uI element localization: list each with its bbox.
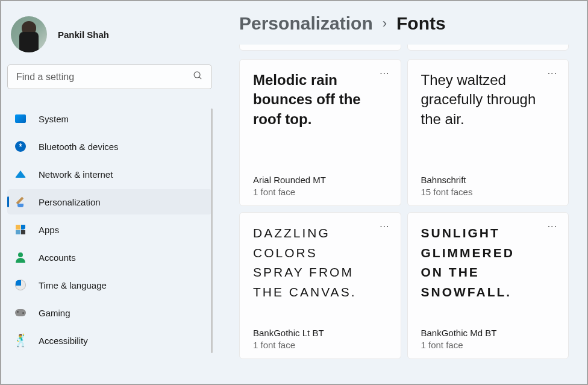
apps-icon <box>14 224 27 236</box>
sidebar-item-network[interactable]: Network & internet <box>7 161 212 187</box>
accounts-icon <box>14 251 27 263</box>
search-input[interactable] <box>16 72 193 83</box>
font-face-count: 1 font face <box>253 187 387 197</box>
font-face-count: 1 font face <box>421 340 555 350</box>
sidebar-item-label: Apps <box>39 225 59 235</box>
sidebar-item-label: System <box>39 114 69 124</box>
font-card-partial[interactable] <box>239 45 401 51</box>
sidebar-item-label: Gaming <box>39 308 70 318</box>
sidebar-item-label: Network & internet <box>39 169 113 180</box>
sidebar-item-label: Bluetooth & devices <box>39 142 119 152</box>
font-sample-text: Dazzling colors spray from the canvas. <box>253 224 387 328</box>
sidebar-item-gaming[interactable]: Gaming <box>7 300 212 325</box>
sidebar: Pankil Shah System Bluetooth & devices N… <box>1 1 218 384</box>
sidebar-item-accessibility[interactable]: 🕺 Accessibility <box>7 328 212 353</box>
sidebar-item-label: Accessibility <box>39 336 88 346</box>
font-sample-text: Sunlight glimmered on the snowfall. <box>421 224 555 328</box>
font-name-label: BankGothic Md BT <box>421 328 555 338</box>
font-sample-text: Melodic rain bounces off the roof top. <box>253 70 387 175</box>
sidebar-item-label: Time & language <box>39 280 107 290</box>
sidebar-item-apps[interactable]: Apps <box>7 217 212 242</box>
font-card-partial[interactable] <box>407 45 569 51</box>
sidebar-item-time[interactable]: Time & language <box>7 272 212 298</box>
font-name-label: Bahnschrift <box>421 175 555 185</box>
chevron-right-icon: › <box>383 16 387 31</box>
font-card[interactable]: ···Sunlight glimmered on the snowfall.Ba… <box>407 212 569 359</box>
fonts-grid: ···Melodic rain bounces off the roof top… <box>239 59 569 359</box>
user-name: Pankil Shah <box>58 30 109 40</box>
svg-line-1 <box>199 77 202 80</box>
personalization-icon <box>14 196 27 208</box>
more-button[interactable]: ··· <box>548 68 557 79</box>
bluetooth-icon <box>14 140 27 152</box>
font-card[interactable]: ···Dazzling colors spray from the canvas… <box>239 212 401 359</box>
system-icon <box>14 113 27 125</box>
sidebar-item-bluetooth[interactable]: Bluetooth & devices <box>7 134 212 159</box>
profile-section[interactable]: Pankil Shah <box>7 13 212 64</box>
more-button[interactable]: ··· <box>380 68 389 79</box>
more-button[interactable]: ··· <box>548 221 557 232</box>
sidebar-item-personalization[interactable]: Personalization <box>7 189 212 214</box>
font-face-count: 15 font faces <box>421 187 555 197</box>
nav-list: System Bluetooth & devices Network & int… <box>7 106 212 355</box>
gaming-icon <box>14 307 27 319</box>
avatar <box>11 16 47 52</box>
breadcrumb-parent[interactable]: Personalization <box>239 13 373 34</box>
sidebar-item-label: Accounts <box>39 252 76 263</box>
search-icon <box>193 70 203 83</box>
font-card[interactable]: ···They waltzed gracefully through the a… <box>407 59 569 206</box>
breadcrumb-current: Fonts <box>396 13 446 34</box>
accessibility-icon: 🕺 <box>14 334 27 346</box>
sidebar-item-label: Personalization <box>39 197 101 207</box>
search-box[interactable] <box>7 64 212 89</box>
font-name-label: BankGothic Lt BT <box>253 328 387 338</box>
time-icon <box>14 279 27 291</box>
font-face-count: 1 font face <box>253 340 387 350</box>
font-card[interactable]: ···Melodic rain bounces off the roof top… <box>239 59 401 206</box>
wifi-icon <box>14 168 27 180</box>
sidebar-item-system[interactable]: System <box>7 106 212 131</box>
main-panel: Personalization › Fonts ···Melodic rain … <box>218 1 587 384</box>
breadcrumb: Personalization › Fonts <box>239 13 569 34</box>
more-button[interactable]: ··· <box>380 221 389 232</box>
svg-point-0 <box>194 72 200 78</box>
font-name-label: Arial Rounded MT <box>253 175 387 185</box>
sidebar-item-accounts[interactable]: Accounts <box>7 245 212 270</box>
font-sample-text: They waltzed gracefully through the air. <box>421 70 555 175</box>
